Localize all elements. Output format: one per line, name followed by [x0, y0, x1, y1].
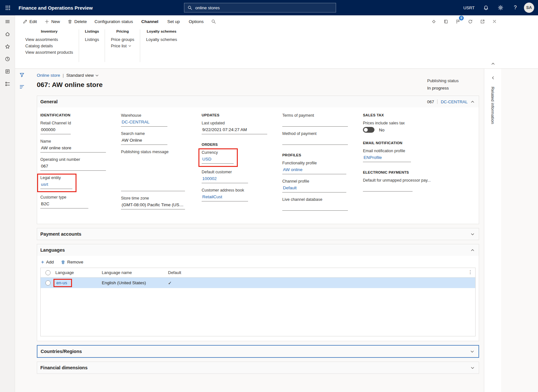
chevron-up-icon[interactable]: [471, 100, 474, 104]
field-prices-include-sales-tax: Prices include sales tax No: [363, 121, 444, 133]
customer-address-book-input[interactable]: RetailCust: [202, 194, 248, 201]
delete-button[interactable]: Delete: [64, 17, 90, 26]
column-header-default[interactable]: Default: [168, 270, 475, 275]
menu-item-price-groups[interactable]: Price groups: [111, 36, 134, 43]
breadcrumb-online-store-link[interactable]: Online store: [37, 73, 60, 78]
refresh-icon[interactable]: [465, 17, 475, 26]
environment-label[interactable]: USRT: [463, 5, 475, 10]
new-button[interactable]: New: [41, 17, 63, 26]
section-payment-accounts-header[interactable]: Payment accounts: [37, 228, 479, 240]
store-time-zone-input[interactable]: (GMT-08:00) Pacific Time (US & ...: [121, 202, 185, 209]
warehouse-link[interactable]: DC-CENTRAL: [122, 120, 149, 124]
related-information-tab[interactable]: Related information: [490, 87, 495, 124]
menu-item-view-assortments[interactable]: View assortments: [25, 36, 73, 43]
filter-funnel-icon[interactable]: [19, 72, 25, 78]
publishing-status-message-input[interactable]: [121, 184, 185, 191]
global-search-box[interactable]: online stores: [184, 3, 336, 12]
field-last-updated: Last updated 9/22/2021 07:24:27 AM: [202, 121, 282, 134]
configuration-status-button[interactable]: Configuration status: [91, 17, 136, 26]
method-of-payment-input[interactable]: [282, 137, 348, 145]
workspaces-list-icon[interactable]: [0, 78, 15, 90]
electronic-payments-default-input[interactable]: [363, 184, 413, 192]
menu-item-loyalty-schemes[interactable]: Loyalty schemes: [146, 36, 177, 43]
section-languages-header[interactable]: Languages: [37, 244, 479, 256]
last-updated-input[interactable]: 9/22/2021 07:24:27 AM: [202, 127, 267, 134]
sales-tax-toggle[interactable]: [363, 127, 374, 133]
row-select-radio[interactable]: [45, 280, 51, 286]
personalize-icon[interactable]: [429, 17, 439, 26]
spacer: [121, 156, 202, 184]
warehouse-input[interactable]: DC-CENTRAL: [121, 119, 167, 127]
menu-item-listings[interactable]: Listings: [85, 36, 99, 43]
chevron-up-icon[interactable]: [471, 248, 474, 252]
notifications-bell-icon[interactable]: [480, 0, 492, 15]
recent-clock-icon[interactable]: [0, 53, 15, 65]
expand-nav-hamburger-icon[interactable]: [0, 15, 15, 28]
section-financial-dimensions-header[interactable]: Financial dimensions: [37, 362, 479, 373]
field-label: Warehouse: [121, 113, 202, 118]
column-header-language-name[interactable]: Language name: [102, 270, 168, 275]
field-label: Last updated: [202, 121, 282, 125]
favorites-star-icon[interactable]: [0, 40, 15, 53]
menu-item-catalog-details[interactable]: Catalog details: [25, 43, 73, 49]
action-pane-search-icon[interactable]: [211, 19, 216, 24]
waffle-menu-icon[interactable]: [0, 0, 15, 15]
default-customer-input[interactable]: 100002: [202, 176, 248, 183]
view-selector[interactable]: Standard view: [66, 73, 99, 78]
chevron-down-icon[interactable]: [471, 366, 474, 370]
column-header-language[interactable]: Language: [55, 270, 102, 275]
search-name-input[interactable]: AW Online: [121, 137, 167, 145]
email-notification-profile-input[interactable]: ENProfile: [363, 155, 411, 162]
operating-unit-number-input[interactable]: 067: [40, 163, 106, 171]
customer-address-book-link[interactable]: RetailCust: [202, 194, 222, 199]
section-countries-regions-header[interactable]: Countries/Regions: [37, 346, 478, 357]
company-book-icon[interactable]: [441, 17, 451, 26]
remove-language-button[interactable]: Remove: [61, 260, 83, 264]
tab-channel[interactable]: Channel: [137, 17, 162, 26]
language-en-us-link[interactable]: en-us: [56, 280, 67, 285]
legal-entity-link[interactable]: usrt: [41, 182, 48, 187]
currency-input[interactable]: USD: [202, 156, 234, 164]
select-all-radio[interactable]: [45, 270, 51, 275]
terms-of-payment-input[interactable]: [282, 119, 348, 127]
settings-gear-icon[interactable]: [494, 0, 507, 15]
chevron-down-icon[interactable]: [471, 232, 474, 236]
ribbon-group-loyalty-schemes: Loyalty schemes Loyalty schemes: [140, 29, 183, 62]
annotation-box-legal-entity: Legal entity usrt: [37, 174, 76, 192]
open-in-new-window-icon[interactable]: [477, 17, 487, 26]
tab-set-up[interactable]: Set up: [164, 17, 184, 26]
menu-item-view-assortment-products[interactable]: View assortment products: [25, 49, 73, 55]
retail-channel-id-input[interactable]: 000000: [40, 127, 71, 134]
name-input[interactable]: AW online store: [40, 145, 106, 153]
channel-profile-link[interactable]: Default: [283, 185, 297, 190]
messages-flag-icon[interactable]: 0: [453, 17, 463, 26]
email-notification-profile-link[interactable]: ENProfile: [364, 155, 382, 160]
forms-icon[interactable]: [0, 65, 15, 78]
default-customer-link[interactable]: 100002: [202, 176, 217, 181]
help-icon[interactable]: ?: [509, 0, 521, 15]
tab-options[interactable]: Options: [185, 17, 208, 26]
general-warehouse-link[interactable]: DC-CENTRAL: [441, 99, 468, 104]
chevron-left-icon[interactable]: [484, 72, 502, 83]
avatar[interactable]: SA: [524, 3, 534, 13]
legal-entity-input[interactable]: usrt: [40, 182, 72, 189]
section-general-header[interactable]: General 067 DC-CENTRAL: [37, 96, 479, 107]
chevron-down-icon[interactable]: [470, 350, 474, 353]
menu-item-price-list[interactable]: Price list: [111, 43, 134, 49]
view-options-lines-icon[interactable]: [19, 84, 25, 90]
breadcrumb-separator: |: [63, 73, 64, 78]
home-icon[interactable]: [0, 28, 15, 40]
app-title[interactable]: Finance and Operations Preview: [19, 0, 93, 15]
functionality-profile-link[interactable]: AW online: [283, 167, 302, 172]
channel-profile-input[interactable]: Default: [282, 185, 346, 192]
live-channel-database-input[interactable]: [282, 203, 348, 211]
edit-button[interactable]: Edit: [20, 17, 40, 26]
functionality-profile-input[interactable]: AW online: [282, 167, 346, 174]
currency-link[interactable]: USD: [202, 157, 212, 161]
language-row[interactable]: en-us English (United States) ✓: [41, 278, 475, 288]
grid-options-icon[interactable]: ⋮: [468, 269, 473, 275]
close-icon[interactable]: [489, 17, 500, 26]
collapse-action-pane-chevron-icon[interactable]: [489, 61, 497, 67]
customer-type-input[interactable]: B2C: [40, 201, 88, 208]
add-language-button[interactable]: + Add: [41, 260, 54, 264]
